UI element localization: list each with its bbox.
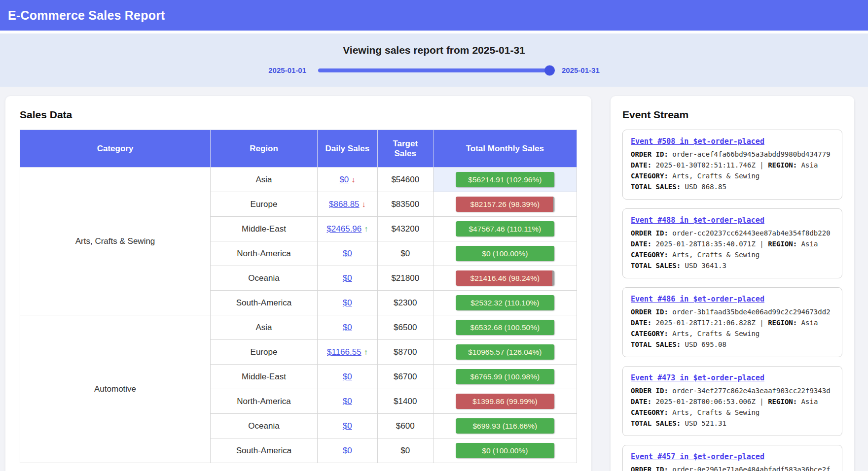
monthly-sales-cell: $1399.86 (99.99%)	[433, 389, 577, 414]
event-field: CATEGORY: Arts, Crafts & Sewing	[631, 249, 834, 260]
daily-sales-link[interactable]: $0	[343, 397, 352, 406]
progress-label: $82157.26 (98.39%)	[456, 197, 554, 212]
region-cell: Oceania	[211, 266, 318, 291]
column-header-target-sales: Target Sales	[377, 130, 433, 168]
event-card: Event #457 in $et-order-placedORDER ID: …	[622, 445, 842, 471]
slider-start-label: 2025-01-01	[268, 66, 306, 74]
daily-sales-link[interactable]: $0	[343, 421, 352, 431]
event-field: ORDER ID: order-0e2961e71a6e484abfadf583…	[631, 464, 834, 471]
region-cell: Europe	[211, 340, 318, 365]
date-slider-section: Viewing sales report from 2025-01-31 202…	[0, 34, 868, 87]
event-title-link[interactable]: Event #486 in $et-order-placed	[631, 295, 764, 303]
monthly-sales-progress: $2532.32 (110.10%)	[456, 295, 554, 310]
event-card: Event #508 in $et-order-placedORDER ID: …	[622, 130, 842, 200]
monthly-sales-cell: $82157.26 (98.39%)	[433, 192, 577, 217]
region-cell: South-America	[211, 438, 318, 463]
event-field-label: CATEGORY:	[631, 408, 668, 416]
trend-up-icon: ↑	[364, 348, 368, 356]
event-field: DATE: 2025-01-28T00:06:53.006Z | REGION:…	[631, 396, 834, 407]
event-field: TOTAL SALES: USD 695.08	[631, 339, 834, 350]
monthly-sales-progress: $56214.91 (102.96%)	[456, 172, 554, 187]
event-field-label: DATE:	[631, 240, 651, 248]
table-row: AutomotiveAsia$0$6500$6532.68 (100.50%)	[20, 315, 577, 340]
event-title-link[interactable]: Event #473 in $et-order-placed	[631, 373, 764, 382]
event-field-label: CATEGORY:	[631, 172, 668, 180]
event-field-label: TOTAL SALES:	[631, 419, 681, 427]
monthly-sales-progress: $6765.99 (100.98%)	[456, 369, 554, 384]
event-field: TOTAL SALES: USD 868.85	[631, 181, 834, 192]
progress-label: $56214.91 (102.96%)	[456, 172, 554, 187]
main-content: Sales Data Category Region Daily Sales T…	[0, 87, 868, 471]
event-field-label: ORDER ID:	[631, 150, 668, 158]
trend-down-icon: ↓	[351, 175, 355, 184]
event-field: DATE: 2025-01-28T18:35:40.071Z | REGION:…	[631, 238, 834, 249]
progress-label: $699.93 (116.66%)	[456, 418, 554, 434]
daily-sales-link[interactable]: $0	[343, 323, 352, 332]
progress-label: $1399.86 (99.99%)	[456, 394, 554, 409]
daily-sales-link[interactable]: $1166.55	[327, 347, 362, 357]
progress-label: $47567.46 (110.11%)	[456, 221, 554, 236]
daily-sales-link[interactable]: $0	[343, 372, 352, 381]
region-cell: Asia	[211, 315, 318, 340]
daily-sales-link[interactable]: $0	[343, 273, 352, 283]
table-row: Arts, Crafts & SewingAsia$0↓$54600$56214…	[20, 168, 577, 192]
event-title-link[interactable]: Event #457 in $et-order-placed	[631, 452, 764, 461]
monthly-sales-progress: $0 (100.00%)	[456, 246, 554, 261]
event-field: ORDER ID: order-34ef277c862e4a3eaaf903cc…	[631, 385, 834, 396]
daily-sales-link[interactable]: $2465.96	[326, 224, 362, 234]
event-field: DATE: 2025-01-28T17:21:06.828Z | REGION:…	[631, 317, 834, 328]
trend-up-icon: ↑	[364, 225, 368, 233]
daily-sales-cell: $0	[317, 438, 377, 463]
region-cell: Middle-East	[211, 365, 318, 389]
app-header: E-Commerce Sales Report	[0, 0, 868, 31]
monthly-sales-cell: $0 (100.00%)	[433, 438, 577, 463]
event-title-link[interactable]: Event #488 in $et-order-placed	[631, 216, 764, 225]
sales-table: Category Region Daily Sales Target Sales…	[20, 130, 577, 463]
column-header-category: Category	[20, 130, 211, 168]
monthly-sales-cell: $6765.99 (100.98%)	[433, 365, 577, 389]
target-sales-cell: $6500	[377, 315, 433, 340]
event-field-label: ORDER ID:	[631, 229, 668, 237]
column-header-region: Region	[211, 130, 318, 168]
monthly-sales-progress: $47567.46 (110.11%)	[456, 221, 554, 236]
target-sales-cell: $54600	[377, 168, 433, 192]
page-title: E-Commerce Sales Report	[8, 8, 165, 23]
daily-sales-cell: $0	[317, 315, 377, 340]
category-cell: Automotive	[20, 315, 211, 463]
monthly-sales-cell: $0 (100.00%)	[433, 241, 577, 266]
progress-label: $21416.46 (98.24%)	[456, 270, 554, 286]
monthly-sales-progress: $1399.86 (99.99%)	[456, 394, 554, 409]
sales-panel-title: Sales Data	[20, 109, 577, 121]
daily-sales-link[interactable]: $0	[343, 446, 352, 455]
daily-sales-link[interactable]: $0	[339, 175, 349, 184]
progress-label: $10965.57 (126.04%)	[456, 344, 554, 360]
event-field-label: CATEGORY:	[631, 330, 668, 337]
monthly-sales-progress: $6532.68 (100.50%)	[456, 320, 554, 335]
slider-thumb[interactable]	[544, 65, 555, 75]
event-field: ORDER ID: order-3b1faad35bde4e06ad99c2c2…	[631, 306, 834, 317]
trend-down-icon: ↓	[362, 200, 366, 208]
event-field-label: ORDER ID:	[631, 308, 668, 316]
target-sales-cell: $21800	[377, 266, 433, 291]
date-range-slider[interactable]	[318, 68, 550, 72]
region-cell: North-America	[211, 241, 318, 266]
monthly-sales-cell: $2532.32 (110.10%)	[433, 291, 577, 315]
progress-label: $6532.68 (100.50%)	[456, 320, 554, 335]
category-cell: Arts, Crafts & Sewing	[20, 168, 211, 315]
column-header-daily-sales: Daily Sales	[317, 130, 377, 168]
progress-label: $0 (100.00%)	[456, 443, 554, 458]
event-field-label: REGION:	[768, 398, 797, 405]
daily-sales-link[interactable]: $0	[343, 298, 352, 307]
daily-sales-cell: $0	[317, 389, 377, 414]
daily-sales-link[interactable]: $0	[343, 249, 352, 258]
daily-sales-cell: $1166.55↑	[317, 340, 377, 365]
event-field-label: TOTAL SALES:	[631, 340, 681, 348]
daily-sales-link[interactable]: $868.85	[329, 200, 359, 209]
event-title-link[interactable]: Event #508 in $et-order-placed	[631, 137, 764, 146]
target-sales-cell: $0	[377, 241, 433, 266]
event-card: Event #488 in $et-order-placedORDER ID: …	[622, 208, 842, 278]
daily-sales-cell: $0	[317, 414, 377, 438]
monthly-sales-progress: $10965.57 (126.04%)	[456, 344, 554, 360]
event-stream-title: Event Stream	[622, 109, 842, 121]
monthly-sales-progress: $21416.46 (98.24%)	[456, 270, 554, 286]
